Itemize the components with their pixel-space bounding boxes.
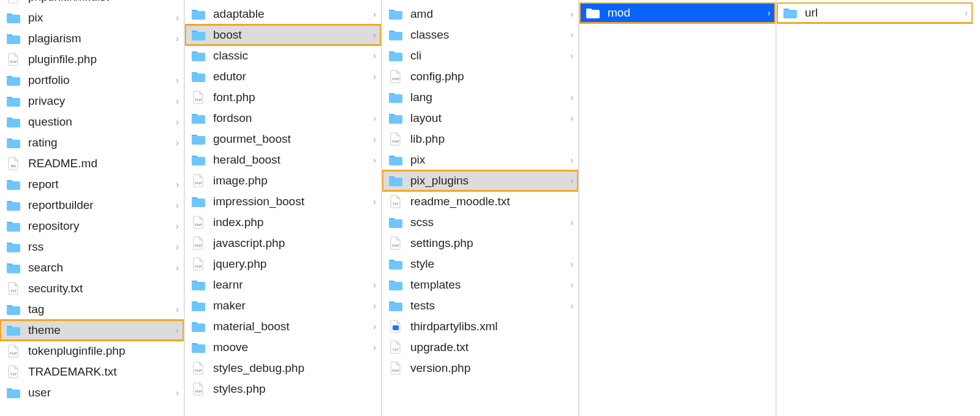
list-item[interactable]: amd› bbox=[382, 4, 578, 25]
list-item[interactable]: phpunit.xml.dist bbox=[0, 0, 184, 7]
list-item[interactable]: tag› bbox=[0, 299, 184, 320]
list-item[interactable]: cli› bbox=[382, 45, 578, 66]
item-label: image.php bbox=[213, 174, 368, 187]
item-label: classic bbox=[213, 49, 368, 62]
folder-icon bbox=[6, 385, 21, 400]
list-item[interactable]: TXT security.txt bbox=[0, 278, 184, 299]
list-item[interactable]: pix› bbox=[0, 7, 184, 28]
list-item[interactable]: PHP jquery.php bbox=[185, 254, 381, 274]
list-item[interactable]: TXT upgrade.txt bbox=[382, 337, 578, 358]
item-label: pix bbox=[28, 11, 170, 25]
list-item[interactable]: classes› bbox=[382, 25, 578, 45]
list-item[interactable]: PHP settings.php bbox=[382, 233, 578, 254]
svg-rect-4 bbox=[7, 98, 20, 107]
file-icon: MD bbox=[6, 156, 21, 171]
list-item[interactable]: PHP index.php bbox=[185, 212, 381, 233]
list-item[interactable]: moove› bbox=[185, 337, 381, 358]
list-item[interactable]: PHP javascript.php bbox=[185, 233, 381, 254]
list-item[interactable]: pix_plugins› bbox=[382, 170, 578, 191]
svg-rect-8 bbox=[7, 181, 20, 190]
folder-icon bbox=[388, 298, 403, 313]
list-item[interactable]: repository› bbox=[0, 216, 184, 236]
list-item[interactable]: rating› bbox=[0, 132, 184, 153]
svg-text:MD: MD bbox=[11, 164, 17, 168]
list-item[interactable]: PHP version.php bbox=[382, 358, 578, 379]
list-item[interactable]: PHP tokenpluginfile.php bbox=[0, 341, 184, 361]
list-item[interactable]: privacy› bbox=[0, 91, 184, 112]
item-label: TRADEMARK.txt bbox=[28, 365, 170, 379]
list-item[interactable]: adaptable› bbox=[185, 4, 381, 25]
chevron-right-icon: › bbox=[959, 8, 968, 18]
folder-icon bbox=[6, 219, 21, 233]
list-item[interactable]: PHP lib.php bbox=[382, 129, 578, 149]
file-icon: TXT bbox=[6, 281, 21, 296]
list-item[interactable]: layout› bbox=[382, 108, 578, 129]
list-item[interactable]: reportbuilder› bbox=[0, 195, 184, 216]
list-item[interactable]: url› bbox=[777, 2, 973, 23]
list-item[interactable]: PHP config.php bbox=[382, 66, 578, 87]
chevron-right-icon: › bbox=[368, 134, 376, 144]
list-item[interactable]: PHP styles.php bbox=[185, 379, 381, 399]
chevron-right-icon: › bbox=[368, 301, 376, 311]
list-item[interactable]: PHP font.php bbox=[185, 87, 381, 108]
file-icon: PHP bbox=[191, 215, 206, 230]
svg-text:PHP: PHP bbox=[195, 390, 202, 393]
list-item[interactable]: user› bbox=[0, 382, 184, 403]
svg-text:PHP: PHP bbox=[195, 98, 202, 102]
svg-rect-21 bbox=[192, 53, 205, 61]
chevron-right-icon: › bbox=[170, 388, 179, 398]
list-item[interactable]: classic› bbox=[185, 45, 381, 66]
list-item[interactable]: gourmet_boost› bbox=[185, 129, 381, 149]
list-item[interactable]: TXT readme_moodle.txt bbox=[382, 191, 578, 212]
item-label: mod bbox=[608, 6, 762, 20]
item-label: report bbox=[28, 178, 170, 191]
list-item[interactable]: templates› bbox=[382, 274, 578, 295]
list-item[interactable]: MD README.md bbox=[0, 153, 184, 174]
svg-rect-53 bbox=[393, 325, 399, 330]
chevron-right-icon: › bbox=[170, 242, 179, 252]
file-icon: PHP bbox=[191, 173, 206, 188]
list-item[interactable]: mod› bbox=[579, 2, 775, 23]
list-item[interactable]: material_boost› bbox=[185, 316, 381, 337]
list-item[interactable]: pix› bbox=[382, 149, 578, 170]
list-item[interactable]: boost› bbox=[185, 25, 381, 45]
list-item[interactable]: question› bbox=[0, 112, 184, 132]
list-item[interactable]: impression_boost› bbox=[185, 191, 381, 212]
list-item[interactable]: rss› bbox=[0, 236, 184, 257]
list-item[interactable]: herald_boost› bbox=[185, 149, 381, 170]
list-item[interactable]: thirdpartylibs.xml bbox=[382, 316, 578, 337]
svg-text:PHP: PHP bbox=[392, 140, 399, 143]
list-item[interactable]: maker› bbox=[185, 295, 381, 316]
chevron-right-icon: › bbox=[368, 72, 376, 81]
list-item[interactable]: tests› bbox=[382, 295, 578, 316]
item-label: upgrade.txt bbox=[410, 341, 565, 354]
list-item[interactable]: lang› bbox=[382, 87, 578, 108]
column-0: phpunit.xml.dist pix› plagiarism› PHP pl… bbox=[0, 0, 184, 416]
list-item[interactable]: edutor› bbox=[185, 66, 381, 87]
folder-icon bbox=[191, 111, 206, 126]
list-item[interactable]: theme› bbox=[0, 320, 184, 341]
list-item[interactable]: learnr› bbox=[185, 274, 381, 295]
column-4: url› bbox=[777, 0, 973, 416]
list-item[interactable]: scss› bbox=[382, 212, 578, 233]
list-item[interactable]: report› bbox=[0, 174, 184, 195]
item-label: tokenpluginfile.php bbox=[28, 344, 170, 358]
list-item[interactable]: style› bbox=[382, 254, 578, 274]
list-item[interactable]: fordson› bbox=[185, 108, 381, 129]
column-3: mod› bbox=[579, 0, 775, 416]
chevron-right-icon: › bbox=[565, 280, 573, 290]
list-item[interactable]: PHP pluginfile.php bbox=[0, 49, 184, 70]
item-label: question bbox=[28, 115, 170, 129]
svg-rect-42 bbox=[389, 94, 402, 103]
folder-icon bbox=[388, 90, 403, 105]
item-label: pluginfile.php bbox=[28, 53, 170, 66]
list-item[interactable]: search› bbox=[0, 257, 184, 278]
list-item[interactable]: portfolio› bbox=[0, 70, 184, 91]
list-item[interactable]: PHP styles_debug.php bbox=[185, 358, 381, 379]
svg-text:TXT: TXT bbox=[393, 202, 399, 206]
list-item[interactable]: plagiarism› bbox=[0, 28, 184, 49]
list-item[interactable]: TXT TRADEMARK.txt bbox=[0, 361, 184, 382]
chevron-right-icon: › bbox=[565, 9, 573, 19]
list-item[interactable]: PHP image.php bbox=[185, 170, 381, 191]
svg-text:PHP: PHP bbox=[195, 244, 202, 248]
